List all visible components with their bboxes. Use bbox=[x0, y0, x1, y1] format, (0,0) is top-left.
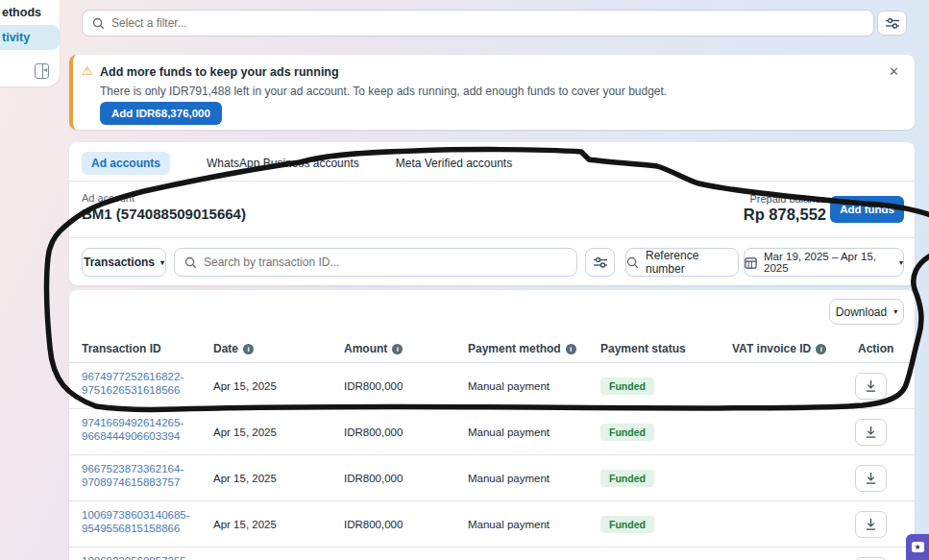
download-icon bbox=[865, 379, 877, 393]
payment-method-cell: Manual payment bbox=[468, 455, 550, 501]
download-invoice-button[interactable] bbox=[855, 419, 887, 446]
transaction-search-box[interactable] bbox=[174, 248, 577, 277]
global-filter-input[interactable] bbox=[111, 16, 864, 30]
transactions-dropdown-label: Transactions bbox=[84, 256, 155, 269]
column-header-amount: Amounti bbox=[344, 342, 403, 355]
payment-method-cell: Manual payment bbox=[468, 363, 550, 409]
close-icon[interactable]: ✕ bbox=[889, 64, 899, 79]
amount-cell: IDR800,000 bbox=[344, 455, 403, 501]
search-icon bbox=[184, 256, 197, 269]
divider bbox=[69, 237, 915, 238]
download-icon bbox=[865, 472, 877, 485]
chevron-down-icon: ▾ bbox=[160, 258, 164, 267]
amount-cell: IDR800,000 bbox=[344, 501, 403, 548]
transaction-id-link[interactable]: 9667523873362164-9708974615883757 bbox=[82, 462, 208, 489]
account-panel: Ad accounts WhatsApp Business accounts M… bbox=[69, 142, 915, 285]
divider bbox=[69, 181, 915, 182]
table-row: 9667523873362164-9708974615883757 Apr 15… bbox=[69, 455, 915, 501]
status-badge: Funded bbox=[600, 424, 654, 441]
payment-status-cell: Funded bbox=[600, 548, 654, 560]
account-tabs: Ad accounts WhatsApp Business accounts M… bbox=[82, 151, 512, 176]
download-invoice-button[interactable] bbox=[855, 373, 887, 400]
filter-adjust-button[interactable] bbox=[877, 11, 907, 36]
column-header-date: Datei bbox=[213, 342, 254, 355]
table-header-row: Transaction ID Datei Amounti Payment met… bbox=[69, 333, 915, 363]
global-filter-bar[interactable] bbox=[82, 10, 874, 37]
chevron-down-icon: ▾ bbox=[899, 258, 903, 267]
date-cell: Apr 15, 2025 bbox=[213, 548, 277, 560]
collapse-sidebar-icon[interactable] bbox=[35, 63, 49, 79]
search-icon bbox=[626, 256, 639, 269]
transaction-id-link[interactable]: 9674977252616822-9751626531618566 bbox=[82, 370, 208, 397]
table-row: 10069738603140685-9549556815158866 Apr 1… bbox=[69, 501, 915, 548]
amount-cell: IDR800,000 bbox=[344, 409, 403, 455]
add-funds-button[interactable]: Add funds bbox=[830, 196, 904, 223]
transaction-search-input[interactable] bbox=[204, 256, 567, 269]
low-funds-alert: ⚠ Add more funds to keep your ads runnin… bbox=[69, 55, 915, 130]
reference-number-label: Reference number bbox=[646, 249, 738, 276]
transactions-table-panel: Download ▾ Transaction ID Datei Amounti … bbox=[69, 290, 915, 560]
prepaid-balance-label: Prepaid balance bbox=[749, 193, 826, 205]
sidebar-item-methods[interactable]: ethods bbox=[0, 0, 60, 25]
date-range-label: Mar 19, 2025 – Apr 15, 2025 bbox=[764, 251, 892, 274]
table-row: 10069220560857255- Apr 15, 2025 IDR800,0… bbox=[69, 548, 915, 560]
info-icon[interactable]: i bbox=[392, 344, 403, 354]
column-header-payment-status: Payment status bbox=[600, 342, 686, 355]
chat-bubble-icon: ★ bbox=[912, 542, 924, 552]
date-cell: Apr 15, 2025 bbox=[213, 501, 277, 548]
status-badge: Funded bbox=[600, 377, 654, 395]
table-body: 9674977252616822-9751626531618566 Apr 15… bbox=[69, 363, 915, 560]
transaction-id-link[interactable]: 10069738603140685-9549556815158866 bbox=[82, 508, 208, 535]
download-icon bbox=[865, 518, 877, 531]
add-funds-amount-button[interactable]: Add IDR68,376,000 bbox=[100, 102, 222, 125]
transactions-type-dropdown[interactable]: Transactions ▾ bbox=[82, 248, 166, 277]
ad-account-name: BM1 (574088509015664) bbox=[82, 206, 246, 222]
search-icon bbox=[92, 17, 105, 30]
table-filter-button[interactable] bbox=[585, 248, 615, 277]
prepaid-balance-value: Rp 878,552 bbox=[744, 206, 826, 224]
sliders-icon bbox=[886, 17, 899, 29]
table-row: 9674977252616822-9751626531618566 Apr 15… bbox=[69, 363, 915, 409]
support-chat-widget[interactable]: ★ bbox=[906, 534, 929, 560]
date-range-picker[interactable]: Mar 19, 2025 – Apr 15, 2025 ▾ bbox=[744, 248, 904, 277]
chevron-down-icon: ▾ bbox=[893, 307, 897, 316]
column-header-action: Action bbox=[858, 342, 893, 355]
transaction-id-link[interactable]: 10069220560857255- bbox=[82, 554, 208, 560]
date-cell: Apr 15, 2025 bbox=[213, 455, 277, 501]
payment-status-cell: Funded bbox=[600, 455, 654, 501]
warning-icon: ⚠ bbox=[82, 63, 93, 78]
download-icon bbox=[865, 426, 877, 439]
payment-method-cell: Manual payment bbox=[468, 501, 550, 548]
download-invoice-button[interactable] bbox=[855, 511, 887, 538]
tab-meta-verified-accounts[interactable]: Meta Verified accounts bbox=[396, 157, 512, 170]
date-cell: Apr 15, 2025 bbox=[213, 409, 277, 455]
alert-body: There is only IDR791,488 left in your ad… bbox=[100, 85, 667, 98]
column-header-vat-invoice-id: VAT invoice IDi bbox=[732, 342, 826, 355]
transaction-filter-row: Transactions ▾ Reference number Mar 19, … bbox=[82, 248, 904, 277]
amount-cell: IDR800,000 bbox=[344, 548, 403, 560]
transaction-id-link[interactable]: 9741669492614265-9668444906603394 bbox=[82, 416, 208, 443]
status-badge: Funded bbox=[600, 470, 654, 487]
tab-ad-accounts[interactable]: Ad accounts bbox=[82, 152, 170, 175]
reference-number-button[interactable]: Reference number bbox=[625, 248, 739, 277]
download-invoice-button[interactable] bbox=[855, 465, 887, 492]
amount-cell: IDR800,000 bbox=[344, 363, 403, 409]
payment-method-cell: Manual payment bbox=[468, 548, 550, 560]
column-header-transaction-id: Transaction ID bbox=[82, 342, 161, 355]
download-dropdown-button[interactable]: Download ▾ bbox=[829, 299, 904, 325]
download-dropdown-label: Download bbox=[836, 305, 887, 319]
info-icon[interactable]: i bbox=[243, 344, 254, 354]
info-icon[interactable]: i bbox=[566, 344, 576, 354]
tab-whatsapp-business-accounts[interactable]: WhatsApp Business accounts bbox=[207, 157, 359, 170]
payment-status-cell: Funded bbox=[600, 501, 654, 548]
alert-title: Add more funds to keep your ads running bbox=[100, 65, 339, 79]
payment-method-cell: Manual payment bbox=[468, 409, 550, 455]
date-cell: Apr 15, 2025 bbox=[213, 363, 277, 409]
payment-status-cell: Funded bbox=[600, 363, 654, 409]
sidebar-item-activity[interactable]: tivity bbox=[0, 25, 60, 50]
payment-status-cell: Funded bbox=[600, 409, 654, 455]
sidebar: ethods tivity bbox=[0, 0, 60, 86]
column-header-payment-method: Payment methodi bbox=[468, 342, 576, 355]
status-badge: Funded bbox=[600, 516, 654, 533]
info-icon[interactable]: i bbox=[816, 344, 826, 354]
